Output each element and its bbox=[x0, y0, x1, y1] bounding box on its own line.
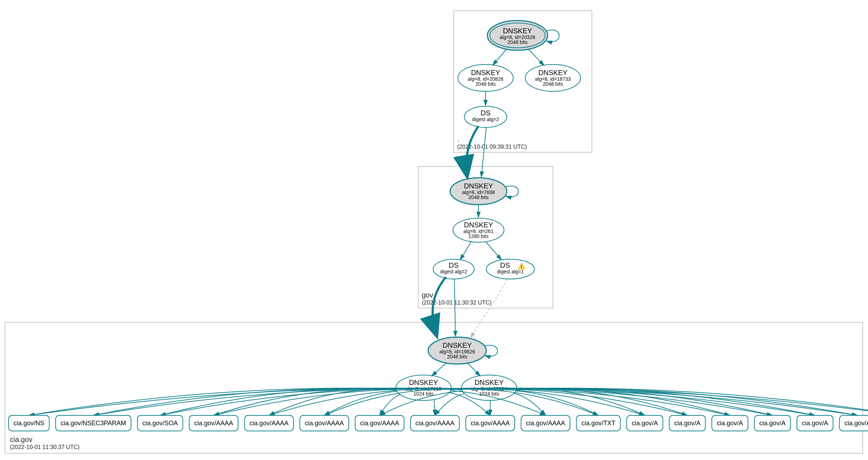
rrset-box: cia.gov/AAAA bbox=[355, 415, 404, 431]
edge-root-ds-govksk-thick bbox=[466, 126, 478, 176]
rrset-box: cia.gov/AAAA bbox=[410, 415, 459, 431]
edge-gov-ds2-ciaksk-dashed bbox=[471, 279, 507, 338]
rrset-box: cia.gov/AAAA bbox=[300, 415, 349, 431]
node-gov-zsk: DNSKEY alg=8, id=261 1280 bits bbox=[453, 218, 504, 242]
edge-gov-zsk-ds2 bbox=[486, 242, 502, 260]
rrset-label: cia.gov/AAAA bbox=[305, 420, 344, 427]
rrset-label: cia.gov/SOA bbox=[142, 420, 178, 427]
rrset-box: cia.gov/AAAA bbox=[521, 415, 570, 431]
rrset-box: cia.gov/A bbox=[754, 415, 790, 431]
edge-gov-ds1-ciaksk bbox=[454, 279, 455, 336]
rrset-label: cia.gov/A bbox=[632, 420, 658, 427]
rrset-label: cia.gov/TXT bbox=[581, 420, 615, 427]
rrset-box: cia.gov/NSEC3PARAM bbox=[56, 415, 131, 431]
svg-text:digest alg=2: digest alg=2 bbox=[440, 269, 467, 274]
edge-zsk-rrset bbox=[29, 388, 396, 415]
rrset-label: cia.gov/A bbox=[759, 420, 785, 427]
dnssec-graph: . (2022-10-01 09:39:31 UTC) DNSKEY alg=8… bbox=[0, 0, 868, 460]
rrset-box: cia.gov/AAAA bbox=[245, 415, 293, 431]
rrset-label: cia.gov/AAAA bbox=[194, 420, 233, 427]
rrset-box: cia.gov/A bbox=[797, 415, 833, 431]
edge-zsk-rrset bbox=[214, 389, 396, 415]
edge-zsk-rrset bbox=[324, 391, 397, 415]
rrset-label: cia.gov/A bbox=[717, 420, 743, 427]
rrset-label: cia.gov/AAAA bbox=[250, 420, 289, 427]
svg-text:DNSKEY: DNSKEY bbox=[443, 341, 472, 349]
edge-cia-ksk-zsk2 bbox=[467, 363, 480, 376]
rrset-label: cia.gov/AAAA bbox=[415, 420, 454, 427]
node-root-zsk1: DNSKEY alg=8, id=20826 2048 bits bbox=[458, 64, 513, 91]
rrset-label: cia.gov/AAAA bbox=[526, 420, 565, 427]
node-root-ds: DS digest alg=2 bbox=[464, 106, 507, 127]
svg-text:DS: DS bbox=[449, 261, 459, 269]
node-gov-ds2: DS digest alg=1 ! bbox=[486, 259, 534, 279]
rrset-label: cia.gov/NS bbox=[13, 420, 44, 427]
rrset-box: cia.gov/A bbox=[669, 415, 705, 431]
svg-text:1024 bits: 1024 bits bbox=[479, 391, 499, 397]
node-root-zsk2: DNSKEY alg=8, id=18733 2048 bits bbox=[525, 64, 581, 91]
rrset-box: cia.gov/A bbox=[839, 415, 868, 431]
svg-text:2048 bits: 2048 bits bbox=[476, 81, 496, 87]
rrset-box: cia.gov/A bbox=[627, 415, 663, 431]
rrset-label: cia.gov/A bbox=[674, 420, 700, 427]
edge-root-ksk-zsk1 bbox=[493, 49, 507, 65]
svg-text:digest alg=2: digest alg=2 bbox=[472, 117, 499, 122]
svg-text:DNSKEY: DNSKEY bbox=[464, 221, 493, 229]
svg-text:2048 bits: 2048 bits bbox=[447, 354, 467, 359]
svg-text:DNSKEY: DNSKEY bbox=[503, 27, 532, 35]
node-gov-ksk: DNSKEY alg=8, id=7698 2048 bits bbox=[450, 178, 507, 205]
zone-root-label: . bbox=[457, 135, 459, 143]
svg-text:2048 bits: 2048 bits bbox=[469, 194, 489, 200]
rrset-label: cia.gov/NSEC3PARAM bbox=[61, 420, 126, 427]
rrset-box: cia.gov/SOA bbox=[138, 415, 183, 431]
svg-text:DNSKEY: DNSKEY bbox=[471, 69, 500, 76]
svg-text:1280 bits: 1280 bits bbox=[469, 233, 489, 239]
edge-zsk-rrset bbox=[380, 394, 400, 415]
rrset-label: cia.gov/AAAA bbox=[471, 420, 510, 427]
svg-text:DNSKEY: DNSKEY bbox=[464, 182, 493, 190]
edge-zsk-rrset bbox=[514, 393, 545, 415]
svg-text:DNSKEY: DNSKEY bbox=[538, 69, 567, 76]
zone-gov: gov (2022-10-01 11:30:32 UTC) DNSKEY alg… bbox=[418, 126, 553, 308]
svg-text:!: ! bbox=[521, 264, 522, 269]
node-root-ksk: DNSKEY alg=8, id=20326 2048 bits bbox=[487, 21, 548, 50]
node-cia-ksk: DNSKEY alg=8, id=19826 2048 bits bbox=[428, 337, 486, 364]
node-gov-ds1: DS digest alg=2 bbox=[433, 259, 474, 279]
edge-cia-ksk-zsk1 bbox=[432, 363, 447, 376]
zone-gov-label: gov bbox=[422, 291, 433, 299]
rrset-label: cia.gov/AAAA bbox=[360, 420, 399, 427]
edge-root-ksk-zsk2 bbox=[528, 49, 544, 66]
rrset-layer: cia.gov/NScia.gov/NSEC3PARAMcia.gov/SOAc… bbox=[9, 388, 868, 431]
svg-text:DNSKEY: DNSKEY bbox=[475, 379, 504, 386]
edge-gov-zsk-ds1 bbox=[460, 242, 471, 260]
rrset-box: cia.gov/NS bbox=[9, 415, 49, 431]
svg-text:DS: DS bbox=[500, 261, 510, 269]
rrset-box: cia.gov/TXT bbox=[576, 415, 620, 431]
svg-text:digest alg=1: digest alg=1 bbox=[497, 269, 524, 274]
rrset-box: cia.gov/AAAA bbox=[189, 415, 238, 431]
rrset-box: cia.gov/AAAA bbox=[466, 415, 515, 431]
edge-zsk-rrset bbox=[434, 399, 435, 415]
edge-zsk-rrset bbox=[29, 388, 462, 415]
svg-text:DS: DS bbox=[481, 109, 491, 117]
svg-text:1024 bits: 1024 bits bbox=[414, 391, 434, 397]
edge-gov-ds1-ciaksk-thick bbox=[432, 277, 446, 336]
zone-cia-timestamp: (2022-10-01 11:30:37 UTC) bbox=[10, 444, 80, 450]
zone-cia-label: cia.gov bbox=[10, 436, 32, 443]
edge-zsk-rrset bbox=[269, 390, 396, 415]
rrset-box: cia.gov/A bbox=[712, 415, 748, 431]
rrset-label: cia.gov/A bbox=[802, 420, 828, 427]
svg-text:2048 bits: 2048 bits bbox=[508, 39, 528, 45]
svg-text:2048 bits: 2048 bits bbox=[543, 81, 563, 87]
rrset-label: cia.gov/A bbox=[844, 420, 868, 427]
svg-text:DNSKEY: DNSKEY bbox=[409, 379, 438, 386]
